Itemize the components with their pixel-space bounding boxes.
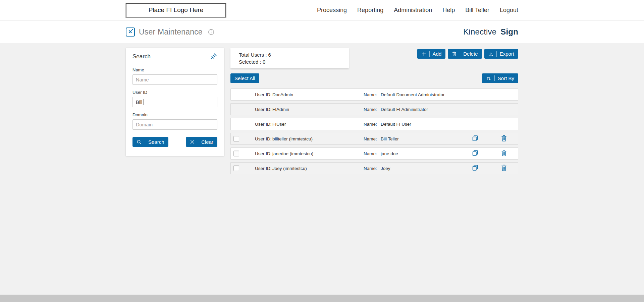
domain-field-label: Domain (132, 112, 217, 117)
user-id-label: User ID: (255, 166, 272, 171)
name-value: Default Document Administrator (381, 92, 445, 97)
delete-user-button[interactable] (501, 164, 507, 172)
search-icon (137, 139, 142, 145)
nav-item-processing[interactable]: Processing (317, 7, 347, 14)
brand-name: Kinective (463, 27, 496, 36)
delete-button-label: Delete (463, 51, 478, 57)
row-checkbox[interactable] (233, 151, 239, 157)
user-id-value: FIAdmin (272, 107, 289, 112)
search-button[interactable]: Search (132, 137, 168, 147)
clear-button-label: Clear (201, 139, 213, 145)
user-id-label: User ID: (255, 136, 272, 141)
total-users-text: Total Users : 6 (239, 51, 349, 58)
delete-button[interactable]: Delete (448, 49, 482, 59)
name-value: Joey (381, 166, 390, 171)
user-id-value: Joey (immtestcu) (272, 166, 307, 171)
name-label: Name: (364, 122, 377, 127)
search-panel-title: Search (132, 53, 151, 60)
row-checkbox[interactable] (233, 166, 239, 171)
user-id-value: billteller (immtestcu) (272, 136, 313, 141)
user-list: User ID: DocAdmin Name: Default Document… (230, 88, 518, 174)
name-input[interactable] (132, 74, 217, 85)
clear-icon (190, 139, 195, 144)
copy-icon (472, 153, 479, 158)
button-divider (496, 51, 497, 57)
user-id-value: DocAdmin (272, 92, 293, 97)
brand-logo: Kinective Sign (463, 27, 518, 37)
trash-icon (501, 167, 507, 172)
table-row: User ID: FIUser Name: Default FI User (230, 118, 518, 130)
user-id-label: User ID: (255, 122, 272, 127)
search-button-label: Search (148, 139, 164, 145)
copy-icon (472, 138, 479, 143)
name-label: Name: (364, 92, 377, 97)
user-id-input[interactable] (132, 97, 217, 107)
search-panel: Search Name User ID Domain (126, 48, 224, 156)
text-cursor (144, 99, 144, 105)
user-id-value: FIUser (272, 122, 286, 127)
select-all-button-label: Select All (234, 75, 255, 81)
name-label: Name: (364, 107, 377, 112)
table-row: User ID: DocAdmin Name: Default Document… (230, 88, 518, 101)
table-row: User ID: billteller (immtestcu) Name: Bi… (230, 133, 518, 145)
user-id-field-label: User ID (132, 90, 217, 95)
button-divider (494, 75, 495, 81)
sort-by-button[interactable]: Sort By (482, 73, 518, 83)
user-id-label: User ID: (255, 92, 272, 97)
user-id-label: User ID: (255, 151, 272, 156)
add-button[interactable]: Add (417, 49, 446, 59)
name-value: Default FI User (381, 122, 411, 127)
user-id-label: User ID: (255, 107, 272, 112)
domain-input[interactable] (132, 119, 217, 130)
copy-user-button[interactable] (472, 149, 479, 158)
download-icon (488, 51, 493, 57)
name-label: Name: (364, 151, 377, 156)
main-content: Search Name User ID Domain (0, 43, 644, 295)
nav-item-logout[interactable]: Logout (500, 7, 518, 14)
selected-count-text: Selected : 0 (239, 58, 349, 65)
name-value: Bill Teller (381, 136, 399, 141)
button-divider (145, 139, 145, 145)
name-value: jane doe (381, 151, 398, 156)
name-label: Name: (364, 136, 377, 141)
info-icon[interactable] (208, 29, 214, 35)
name-value: Default FI Administrator (381, 107, 428, 112)
main-nav: Processing Reporting Administration Help… (317, 7, 518, 14)
name-label: Name: (364, 166, 377, 171)
brand-product: Sign (500, 27, 518, 36)
trash-icon (501, 153, 507, 158)
summary-box: Total Users : 6 Selected : 0 (230, 48, 349, 68)
sort-icon (486, 76, 491, 81)
copy-user-button[interactable] (472, 164, 479, 172)
page-header: ✕ User Maintenance Kinective Sign (0, 20, 644, 43)
table-row: User ID: FIAdmin Name: Default FI Admini… (230, 103, 518, 115)
nav-item-help[interactable]: Help (442, 7, 455, 14)
export-button[interactable]: Export (484, 49, 518, 59)
name-field-label: Name (132, 67, 217, 72)
fi-logo-placeholder: Place FI Logo Here (126, 3, 226, 17)
export-button-label: Export (500, 51, 514, 57)
delete-user-button[interactable] (501, 149, 507, 158)
nav-item-administration[interactable]: Administration (394, 7, 432, 14)
button-divider (198, 139, 198, 145)
copy-user-button[interactable] (472, 135, 479, 143)
nav-item-reporting[interactable]: Reporting (357, 7, 383, 14)
button-divider (429, 51, 430, 57)
trash-icon (452, 51, 457, 57)
add-button-label: Add (433, 51, 442, 57)
top-bar: Place FI Logo Here Processing Reporting … (0, 0, 644, 20)
pin-icon[interactable] (210, 53, 217, 61)
copy-icon (472, 167, 479, 172)
add-icon (421, 51, 426, 56)
table-row: User ID: janedoe (immtestcu) Name: jane … (230, 147, 518, 160)
nav-item-user[interactable]: Bill Teller (465, 7, 489, 14)
row-checkbox[interactable] (233, 136, 239, 142)
clear-button[interactable]: Clear (186, 137, 217, 147)
page-title: User Maintenance (139, 27, 203, 37)
user-id-value: janedoe (immtestcu) (272, 151, 313, 156)
sort-by-button-label: Sort By (498, 75, 514, 81)
user-maintenance-icon: ✕ (126, 27, 135, 37)
select-all-button[interactable]: Select All (230, 73, 259, 83)
button-divider (460, 51, 460, 57)
delete-user-button[interactable] (501, 135, 507, 143)
